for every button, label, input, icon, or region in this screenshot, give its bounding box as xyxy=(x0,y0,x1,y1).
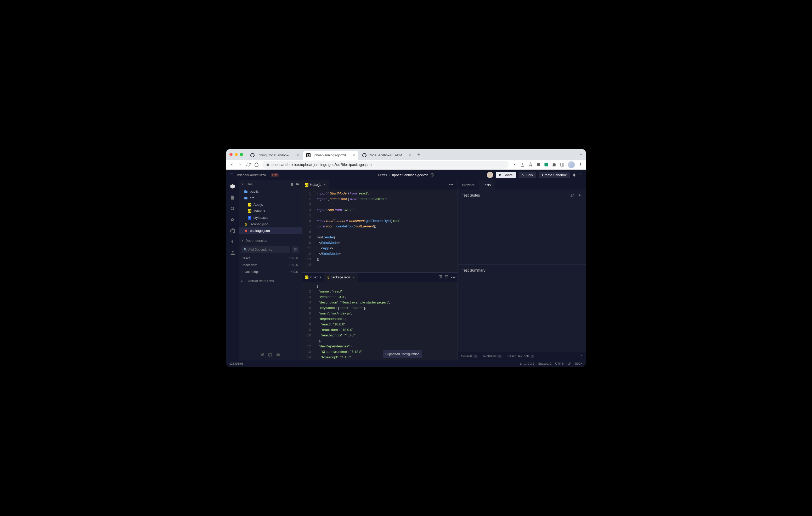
editor-tab[interactable]: JS index.js xyxy=(301,273,324,282)
folder-icon xyxy=(244,196,248,200)
split-down-icon[interactable] xyxy=(445,275,448,280)
file-name: package.json xyxy=(250,229,270,233)
file-icon[interactable] xyxy=(230,195,235,200)
browser-tab[interactable]: CodeSandbox/README.md at × xyxy=(359,151,414,160)
rocket-icon[interactable] xyxy=(230,240,235,244)
settings-gear-icon[interactable] xyxy=(230,217,235,222)
minimize-window-icon[interactable] xyxy=(235,153,238,156)
split-right-icon[interactable] xyxy=(438,275,442,280)
window-controls[interactable] xyxy=(229,153,243,156)
new-tab-button[interactable]: + xyxy=(415,152,423,158)
dependency-menu-icon[interactable]: ☰ xyxy=(292,246,299,253)
tab-browser[interactable]: Browser xyxy=(458,180,479,189)
tab-overflow-icon[interactable] xyxy=(579,153,583,156)
eol[interactable]: LF xyxy=(568,362,571,365)
live-icon[interactable] xyxy=(230,251,235,256)
bell-icon[interactable] xyxy=(572,173,576,177)
extension-icon[interactable] xyxy=(536,162,541,167)
close-tab-icon[interactable]: × xyxy=(297,153,299,157)
reload-button[interactable] xyxy=(246,162,251,167)
upload-icon[interactable]: ↑ xyxy=(287,182,289,186)
download-icon[interactable]: ↓ xyxy=(283,182,285,186)
json-file-icon: {} xyxy=(327,276,329,279)
breadcrumb-item[interactable]: upbeat-jennings-goc2ds xyxy=(392,173,429,177)
close-tab-icon[interactable]: × xyxy=(353,275,354,279)
discord-icon[interactable] xyxy=(276,353,280,357)
more-menu-icon[interactable] xyxy=(579,173,583,177)
play-icon[interactable] xyxy=(578,193,582,197)
devtools-tab[interactable]: React DevTools0 xyxy=(508,355,535,358)
file-tree-item[interactable]: {}jsconfig.json xyxy=(239,221,301,227)
chevron-down-icon[interactable]: ▾ xyxy=(241,239,243,243)
cursor-position[interactable]: Ln 1, Col 1 xyxy=(520,362,535,365)
install-app-icon[interactable] xyxy=(512,162,517,167)
svg-point-9 xyxy=(580,165,581,166)
file-tree-item[interactable]: public xyxy=(239,188,301,195)
svg-rect-4 xyxy=(544,162,548,166)
dependency-row[interactable]: react-dom18.0.0 xyxy=(239,262,301,269)
browser-tab-active[interactable]: upbeat-jennings-goc2ds - Co × xyxy=(303,151,358,160)
search-icon[interactable] xyxy=(230,206,235,211)
tab-filename: index.js xyxy=(310,183,321,187)
forward-button[interactable] xyxy=(238,162,242,167)
problems-tab[interactable]: Problems0 xyxy=(484,355,502,358)
close-window-icon[interactable] xyxy=(229,153,233,156)
back-button[interactable] xyxy=(229,162,234,167)
close-tab-icon[interactable]: × xyxy=(324,183,325,187)
new-file-icon[interactable] xyxy=(291,183,294,186)
add-dependency-input[interactable] xyxy=(241,246,290,253)
share-icon[interactable] xyxy=(520,162,524,167)
address-bar[interactable]: codesandbox.io/s/upbeat-jennings-goc2ds?… xyxy=(262,161,509,169)
chevron-up-icon[interactable]: ⌃ xyxy=(580,355,583,358)
file-tree-item[interactable]: JSindex.js xyxy=(239,208,301,214)
dependency-row[interactable]: react18.0.0 xyxy=(239,255,301,262)
profile-avatar[interactable] xyxy=(568,161,575,168)
close-tab-icon[interactable]: × xyxy=(409,153,411,157)
chevron-right-icon[interactable]: ▸ xyxy=(241,279,243,283)
editor-more-icon[interactable]: ••• xyxy=(451,275,456,280)
indent-setting[interactable]: Spaces: 2 xyxy=(538,362,551,365)
file-tree-item[interactable]: JSApp.js xyxy=(239,201,301,208)
share-button[interactable]: Share xyxy=(496,172,516,178)
dependency-row[interactable]: react-scripts4.0.0 xyxy=(239,269,301,275)
chrome-menu-icon[interactable] xyxy=(578,162,583,167)
sidepanel-icon[interactable] xyxy=(560,162,564,167)
explorer-icon[interactable] xyxy=(230,184,235,189)
svg-point-15 xyxy=(524,174,524,174)
breadcrumb-item[interactable]: Drafts xyxy=(378,173,387,177)
github-icon[interactable] xyxy=(268,353,272,357)
code-editor[interactable]: 1234567891011121314 import { StrictMode … xyxy=(301,189,458,272)
new-folder-icon[interactable] xyxy=(296,183,299,186)
bookmark-star-icon[interactable] xyxy=(528,162,532,167)
username[interactable]: michael-andreuzza xyxy=(237,173,266,177)
extension-icon[interactable] xyxy=(544,162,549,167)
github-icon[interactable] xyxy=(230,229,235,234)
home-button[interactable] xyxy=(254,162,259,167)
menu-icon[interactable] xyxy=(229,173,234,177)
github-favicon-icon xyxy=(250,153,255,157)
code-editor[interactable]: 1234567891011121314 { "name": "react", "… xyxy=(301,282,458,361)
console-tab[interactable]: Console0 xyxy=(461,355,478,358)
user-avatar[interactable] xyxy=(487,172,493,178)
editor-tab[interactable]: JS index.js × xyxy=(301,180,329,189)
browser-tab[interactable]: Editing CodeSandobx/README × xyxy=(247,151,302,160)
encoding[interactable]: UTF-8 xyxy=(555,362,564,365)
tab-tests[interactable]: Tests xyxy=(479,180,495,189)
refresh-icon[interactable] xyxy=(571,193,574,197)
close-tab-icon[interactable]: × xyxy=(353,153,355,157)
commit-hash[interactable]: c26305f96 xyxy=(229,362,243,365)
file-tree-item[interactable]: package.json xyxy=(239,227,301,234)
language-mode[interactable]: JSON xyxy=(575,362,583,365)
chevron-down-icon[interactable]: ▾ xyxy=(241,182,243,186)
file-tree-item[interactable]: src xyxy=(239,195,301,201)
twitter-icon[interactable] xyxy=(260,353,264,357)
fork-button[interactable]: Fork xyxy=(519,172,536,178)
maximize-window-icon[interactable] xyxy=(240,153,243,156)
create-sandbox-button[interactable]: Create Sandbox xyxy=(539,172,570,178)
js-file-icon: JS xyxy=(305,275,309,279)
editor-tab-active[interactable]: {} package.json × xyxy=(324,273,357,282)
code-content: { "name": "react", "version": "1.0.0", "… xyxy=(315,282,392,361)
editor-more-icon[interactable]: ••• xyxy=(447,182,456,187)
extensions-puzzle-icon[interactable] xyxy=(552,162,556,167)
file-tree-item[interactable]: #styles.css xyxy=(239,214,301,221)
